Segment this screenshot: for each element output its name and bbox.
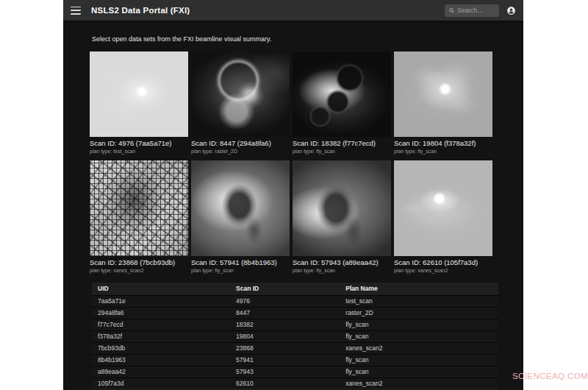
plan-type-caption: plan type: xanes_scan2: [90, 268, 188, 273]
table-header-row: UID Scan ID Plan Name: [92, 283, 498, 295]
table-cell: 7aa5a71e: [92, 295, 230, 307]
scan-thumbnail-8447[interactable]: [191, 52, 290, 137]
table-cell: 18382: [230, 319, 340, 330]
table-cell: 23868: [230, 342, 340, 354]
scan-caption: Scan ID: 23868 (7bcb93db): [90, 258, 188, 266]
table-cell: fly_scan: [340, 319, 498, 330]
app-title: NSLS2 Data Portal (FXI): [91, 6, 190, 15]
scan-thumbnail-19804[interactable]: [394, 52, 492, 137]
plan-type-caption: plan type: fly_scan: [293, 149, 391, 154]
plan-type-caption: plan type: fly_scan: [394, 149, 492, 154]
table-row[interactable]: 294a8fa68447raster_2D: [92, 307, 498, 319]
scan-caption: Scan ID: 18382 (f77c7ecd): [293, 139, 391, 147]
search-input[interactable]: [457, 7, 495, 14]
plan-type-caption: plan type: fly_scan: [191, 268, 290, 273]
table-cell: 8b4b1963: [92, 354, 230, 366]
scan-caption: Scan ID: 62610 (105f7a3d): [394, 258, 492, 266]
table-cell: f77c7ecd: [92, 319, 230, 330]
scan-caption: Scan ID: 57943 (a89eaa42): [293, 258, 391, 266]
table-header: UID Scan ID Plan Name: [92, 283, 498, 295]
watermark-text: SCIENCEAQ.COM: [512, 372, 588, 380]
table-cell: xanes_scan2: [340, 342, 498, 354]
table-row[interactable]: a89eaa4257943fly_scan: [92, 366, 498, 377]
table-cell: 62610: [230, 377, 340, 389]
scan-thumbnail-62610[interactable]: [394, 160, 492, 256]
app-window: NSLS2 Data Portal (FXI) Select open data…: [63, 0, 523, 390]
col-header-scan-id: Scan ID: [230, 283, 340, 295]
table-row[interactable]: f378a32f19804fly_scan: [92, 330, 498, 342]
scan-card-8447[interactable]: Scan ID: 8447 (294a8fa6) plan type: rast…: [191, 52, 290, 154]
table-row[interactable]: 7aa5a71e4976test_scan: [92, 295, 498, 307]
table-cell: test_scan: [340, 295, 498, 307]
scan-card-62610[interactable]: Scan ID: 62610 (105f7a3d) plan type: xan…: [394, 160, 492, 273]
plan-type-caption: plan type: raster_2D: [191, 149, 290, 154]
scan-thumbnail-57943[interactable]: [293, 160, 391, 256]
table-cell: 57943: [230, 366, 340, 377]
table-cell: 294a8fa6: [92, 307, 230, 319]
hamburger-menu-icon[interactable]: [71, 7, 81, 15]
scan-card-23868[interactable]: Scan ID: 23868 (7bcb93db) plan type: xan…: [90, 160, 188, 273]
scan-caption: Scan ID: 8447 (294a8fa6): [191, 139, 290, 147]
table-body: 7aa5a71e4976test_scan294a8fa68447raster_…: [92, 295, 498, 389]
table-cell: a89eaa42: [92, 366, 230, 377]
table-row[interactable]: 7bcb93db23868xanes_scan2: [92, 342, 498, 354]
table-cell: fly_scan: [340, 354, 498, 366]
table-row[interactable]: 8b4b196357941fly_scan: [92, 354, 498, 366]
scan-card-57941[interactable]: Scan ID: 57941 (8b4b1963) plan type: fly…: [191, 160, 290, 273]
intro-text: Select open data sets from the FXI beaml…: [92, 35, 271, 43]
plan-type-caption: plan type: xanes_scan2: [394, 268, 492, 273]
scan-caption: Scan ID: 19804 (f378a32f): [394, 139, 492, 147]
scan-caption: Scan ID: 57941 (8b4b1963): [191, 258, 290, 266]
table-cell: 4976: [230, 295, 340, 307]
scan-card-57943[interactable]: Scan ID: 57943 (a89eaa42) plan type: fly…: [293, 160, 391, 273]
account-button[interactable]: [506, 5, 516, 15]
table-cell: 19804: [230, 330, 340, 342]
table-cell: xanes_scan2: [340, 377, 498, 389]
table-row[interactable]: 105f7a3d62610xanes_scan2: [92, 377, 498, 389]
scan-thumbnail-23868[interactable]: [90, 160, 188, 256]
plan-type-caption: plan type: fly_scan: [293, 268, 391, 273]
scan-card-18382[interactable]: Scan ID: 18382 (f77c7ecd) plan type: fly…: [293, 52, 391, 154]
table-cell: 105f7a3d: [92, 377, 230, 389]
table-row[interactable]: f77c7ecd18382fly_scan: [92, 319, 498, 330]
table-cell: f378a32f: [92, 330, 230, 342]
scan-thumbnail-18382[interactable]: [293, 52, 391, 137]
plan-type-caption: plan type: test_scan: [90, 149, 188, 154]
search-box[interactable]: [445, 4, 499, 17]
thumbnail-row-1: Scan ID: 4976 (7aa5a71e) plan type: test…: [90, 52, 492, 154]
table-cell: fly_scan: [340, 330, 498, 342]
table-cell: 7bcb93db: [92, 342, 230, 354]
scan-table: UID Scan ID Plan Name 7aa5a71e4976test_s…: [92, 283, 498, 390]
table-cell: 57941: [230, 354, 340, 366]
scan-thumbnail-57941[interactable]: [191, 160, 290, 256]
table-cell: raster_2D: [340, 307, 498, 319]
account-icon: [506, 6, 516, 15]
scan-card-4976[interactable]: Scan ID: 4976 (7aa5a71e) plan type: test…: [90, 52, 188, 154]
table-cell: 8447: [230, 307, 340, 319]
app-bar: NSLS2 Data Portal (FXI): [63, 0, 523, 21]
scan-card-19804[interactable]: Scan ID: 19804 (f378a32f) plan type: fly…: [394, 52, 492, 154]
table-cell: fly_scan: [340, 366, 498, 377]
scan-thumbnail-4976[interactable]: [90, 52, 188, 137]
scan-caption: Scan ID: 4976 (7aa5a71e): [90, 139, 188, 147]
search-icon: [449, 7, 454, 14]
col-header-plan-name: Plan Name: [340, 283, 498, 295]
col-header-uid: UID: [92, 283, 230, 295]
thumbnail-row-2: Scan ID: 23868 (7bcb93db) plan type: xan…: [90, 160, 492, 273]
